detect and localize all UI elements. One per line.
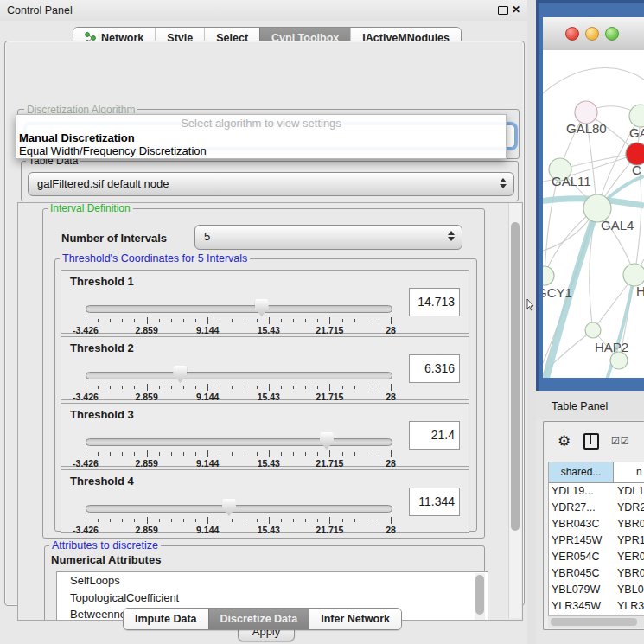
tick-mark	[98, 319, 99, 322]
table-row[interactable]: YPR145WYPR1...	[549, 532, 644, 549]
threshold-3-slider[interactable]: -3.4262.8599.14415.4321.71528	[86, 435, 391, 464]
cell-name[interactable]: YBR0...	[617, 565, 644, 582]
zoom-traffic-light[interactable]	[605, 27, 619, 41]
cell-shared-name[interactable]: YBR043C	[549, 516, 617, 532]
tick-mark	[207, 317, 208, 324]
table-row[interactable]: YLR345WYLR3...	[549, 598, 644, 615]
tick-mark	[195, 519, 196, 522]
cell-name[interactable]: YPR1...	[617, 532, 644, 549]
cell-shared-name[interactable]: YBR045C	[549, 565, 617, 582]
scrollbar-thumb[interactable]	[475, 575, 484, 615]
tick-mark	[195, 452, 196, 456]
attribute-list-item[interactable]: SelfLoops	[57, 572, 488, 590]
node-gcy1[interactable]	[543, 266, 554, 285]
panel-divider[interactable]	[527, 0, 536, 644]
tick-mark	[220, 519, 220, 522]
cell-name[interactable]: YER0...	[617, 549, 644, 565]
label-gcy1: GCY1	[543, 285, 572, 300]
slider-thumb[interactable]	[222, 499, 236, 516]
cell-shared-name[interactable]: YPR145W	[549, 532, 617, 549]
tick-mark	[110, 452, 111, 456]
attribute-list-item[interactable]: TopologicalCoefficient	[57, 590, 488, 607]
label-gal80: GAL80	[566, 121, 607, 136]
label-clipped-top: GA	[629, 125, 644, 140]
threshold-4-slider[interactable]: -3.4262.8599.14415.4321.71528	[86, 501, 391, 531]
combo-stepper-icon	[448, 229, 456, 243]
cell-name[interactable]: YDR2...	[617, 500, 644, 516]
threshold-4-label: Threshold 4	[70, 475, 134, 488]
tick-mark	[342, 519, 343, 522]
dropdown-placeholder-item[interactable]: Select algorithm to view settings	[16, 117, 506, 130]
cell-name[interactable]: YLR3...	[617, 598, 644, 615]
tick-mark	[305, 452, 306, 456]
table-row[interactable]: YBL079WYBL0...	[549, 582, 644, 598]
cell-shared-name[interactable]: YLR345W	[549, 598, 617, 615]
node-green-top[interactable]	[629, 105, 644, 127]
slider-thumb[interactable]	[173, 366, 187, 383]
slider-track[interactable]	[86, 505, 392, 513]
threshold-2-label: Threshold 2	[70, 341, 134, 354]
close-icon[interactable]: ✕	[512, 3, 520, 16]
cell-shared-name[interactable]: YDL19...	[549, 483, 617, 500]
threshold-2-value-field[interactable]: 6.316	[409, 354, 460, 383]
scrollbar-thumb[interactable]	[511, 222, 520, 531]
slider-track[interactable]	[86, 305, 392, 313]
table-horizontal-scrollbar[interactable]	[548, 615, 644, 628]
tick-mark	[86, 384, 86, 391]
table-row[interactable]: YDR27...YDR2...	[549, 500, 644, 516]
threshold-4-value-field[interactable]: 11.344	[409, 488, 460, 516]
tick-mark	[110, 386, 111, 389]
cell-name[interactable]: YBL0...	[617, 582, 644, 598]
tab-discretize-data[interactable]: Discretize Data	[208, 609, 309, 629]
tab-infer-network[interactable]: Infer Network	[309, 609, 401, 629]
tick-mark	[269, 517, 270, 524]
checkboxes-icon[interactable]: ☑☑	[611, 436, 630, 447]
viewport-scrollbar[interactable]	[508, 203, 521, 618]
slider-track[interactable]	[86, 372, 392, 379]
minimize-traffic-light[interactable]	[585, 27, 599, 41]
gear-icon[interactable]: ⚙	[558, 432, 571, 450]
columns-icon[interactable]	[583, 433, 599, 450]
threshold-2-slider[interactable]: -3.4262.8599.14415.4321.71528	[86, 368, 391, 398]
tick-mark	[391, 384, 392, 391]
table-data-combobox[interactable]: galFiltered.sif default node	[28, 172, 514, 196]
control-panel-titlebar: Control Panel ✕	[0, 0, 527, 21]
tick-mark	[342, 319, 343, 322]
threshold-1-slider[interactable]: -3.4262.8599.14415.4321.71528	[86, 302, 391, 331]
cell-shared-name[interactable]: YER054C	[549, 549, 617, 565]
float-window-icon[interactable]	[498, 6, 508, 15]
cell-shared-name[interactable]: YBL079W	[549, 582, 617, 598]
cell-shared-name[interactable]: YDR27...	[549, 500, 617, 516]
tick-mark	[159, 319, 160, 322]
tick-mark	[195, 319, 196, 322]
number-of-intervals-combobox[interactable]: 5	[194, 225, 462, 250]
column-header-name[interactable]: n	[614, 462, 644, 482]
threshold-3-value-field[interactable]: 21.4	[409, 421, 460, 450]
node-bottom[interactable]	[610, 352, 628, 369]
table-row[interactable]: YBR045CYBR0...	[549, 565, 644, 582]
dropdown-item-manual-discretization[interactable]: Manual Discretization	[19, 131, 135, 144]
scrollbar-thumb[interactable]	[551, 618, 637, 626]
tick-mark	[159, 452, 160, 456]
slider-thumb[interactable]	[320, 432, 334, 450]
attributes-list-scrollbar[interactable]	[475, 573, 485, 620]
table-row[interactable]: YER054CYER0...	[549, 549, 644, 565]
cell-name[interactable]: YBR0...	[617, 516, 644, 532]
dropdown-item-equal-width-frequency[interactable]: Equal Width/Frequency Discretization	[19, 144, 207, 157]
tick-label: 21.715	[316, 525, 343, 535]
tick-mark	[122, 519, 123, 522]
tick-mark	[245, 386, 245, 389]
close-traffic-light[interactable]	[565, 27, 579, 41]
table-row[interactable]: YBR043CYBR0...	[549, 516, 644, 532]
network-canvas[interactable]: GAL80 GA C GAL11 GAL4 GCY1 H HAP2	[543, 50, 644, 378]
threshold-1-value-field[interactable]: 14.713	[409, 288, 460, 316]
node-hap2[interactable]	[585, 322, 601, 338]
slider-track[interactable]	[86, 438, 392, 446]
table-row[interactable]: YDL19...YDL1...	[549, 483, 644, 500]
slider-thumb[interactable]	[255, 299, 269, 316]
tab-impute-data[interactable]: Impute Data	[124, 609, 208, 629]
tick-mark	[329, 317, 330, 324]
column-header-shared-name[interactable]: shared...	[549, 462, 614, 482]
tick-mark	[147, 384, 148, 391]
cell-name[interactable]: YDL1...	[617, 483, 644, 500]
